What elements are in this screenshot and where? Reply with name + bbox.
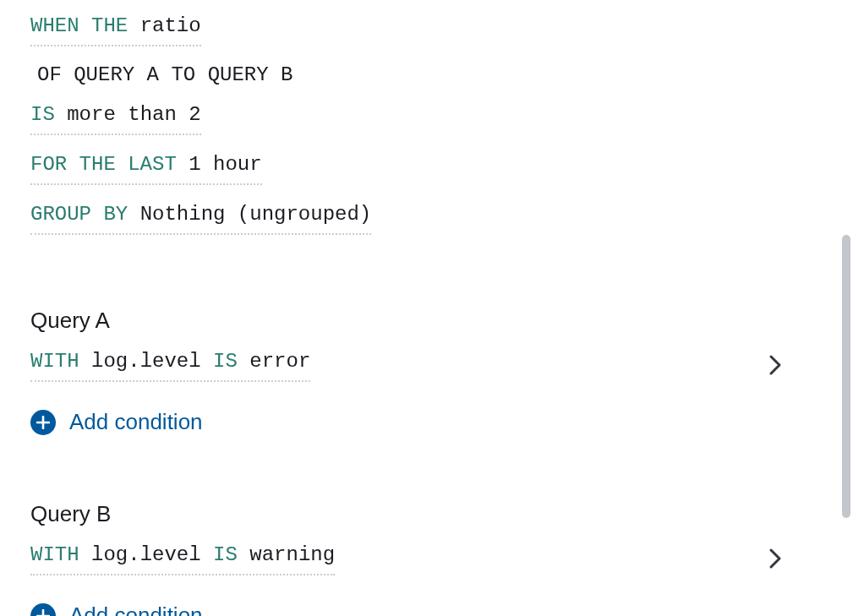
chevron-right-icon[interactable] bbox=[768, 349, 782, 379]
group-keyword: GROUP BY bbox=[30, 203, 128, 226]
query-b-title: Query B bbox=[30, 498, 823, 531]
query-b-value: warning bbox=[249, 543, 335, 566]
for-the-last-row[interactable]: FOR THE LAST 1 hour bbox=[30, 145, 262, 185]
is-keyword: IS bbox=[30, 103, 55, 126]
is-row[interactable]: IS more than 2 bbox=[30, 95, 201, 135]
query-b-field: log.level bbox=[91, 543, 201, 566]
query-b-is-keyword: IS bbox=[213, 543, 238, 566]
query-b-add-condition-button[interactable]: Add condition bbox=[30, 599, 203, 616]
query-a-value: error bbox=[249, 350, 310, 373]
query-b-with-keyword: WITH bbox=[30, 543, 79, 566]
when-value-text: ratio bbox=[140, 14, 201, 37]
query-b-add-condition-label: Add condition bbox=[69, 599, 203, 616]
query-a-condition-row[interactable]: WITH log.level IS error bbox=[30, 342, 310, 382]
query-a-section: Query A WITH log.level IS error Add cond… bbox=[30, 304, 823, 439]
plus-circle-icon bbox=[30, 410, 56, 435]
of-query-line: OF QUERY A TO QUERY B bbox=[30, 57, 823, 95]
when-keyword: WHEN THE bbox=[30, 14, 128, 37]
for-value: 1 hour bbox=[189, 153, 261, 176]
query-b-section: Query B WITH log.level IS warning Add co… bbox=[30, 498, 823, 616]
query-b-condition-row[interactable]: WITH log.level IS warning bbox=[30, 536, 335, 575]
query-a-add-condition-button[interactable]: Add condition bbox=[30, 406, 203, 439]
query-a-field: log.level bbox=[91, 350, 201, 373]
chevron-right-icon[interactable] bbox=[768, 542, 782, 573]
group-value: Nothing (ungrouped) bbox=[140, 203, 372, 226]
for-keyword: FOR THE LAST bbox=[30, 153, 177, 176]
query-a-with-keyword: WITH bbox=[30, 350, 79, 373]
plus-circle-icon bbox=[30, 603, 56, 617]
query-a-is-keyword: IS bbox=[213, 350, 238, 373]
query-a-title: Query A bbox=[30, 304, 823, 337]
scrollbar[interactable] bbox=[842, 235, 850, 518]
when-the-row[interactable]: WHEN THE ratio bbox=[30, 7, 201, 46]
group-by-row[interactable]: GROUP BY Nothing (ungrouped) bbox=[30, 195, 371, 235]
query-a-add-condition-label: Add condition bbox=[69, 406, 203, 439]
is-value: more than 2 bbox=[67, 103, 200, 126]
